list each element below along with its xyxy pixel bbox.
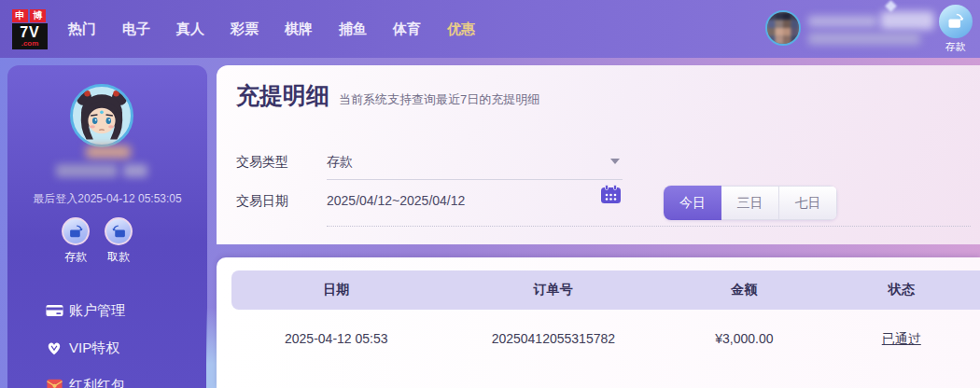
sidebar-deposit-button[interactable]: 存款 [54,217,97,265]
page: 申 博 7V .com 热门 电子 真人 彩票 棋牌 捕鱼 体育 优惠 [0,0,980,388]
sidebar-withdraw-label: 取款 [97,249,140,265]
withdraw-wallet-icon [105,217,133,245]
logo-domain: .com [12,40,48,48]
nav-item-sports[interactable]: 体育 [393,21,421,38]
column-header-date: 日期 [231,282,441,298]
column-header-status: 状态 [823,282,980,298]
cell-amount: ¥3,000.00 [665,331,822,346]
bank-card-icon [45,304,63,317]
sidebar-item-vip[interactable]: VIP特权 [7,336,207,360]
avatar-girl-illustration [73,87,131,145]
sidebar-item-bonus-redpacket[interactable]: 红利红包 [7,373,207,388]
nav-item-cards[interactable]: 棋牌 [285,21,313,38]
deposit-wallet-icon [939,5,973,38]
top-navbar: 申 博 7V .com 热门 电子 真人 彩票 棋牌 捕鱼 体育 优惠 [0,0,980,58]
last-login-text: 最后登入2025-04-12 05:53:05 [7,191,207,207]
select-underline [327,179,623,180]
page-title-box: 充提明细 当前系统支持查询最近7日的充提明细 [236,80,539,111]
site-logo[interactable]: 申 博 7V .com [12,9,48,49]
nav-item-hot[interactable]: 热门 [68,21,96,38]
topbar-deposit-label: 存款 [937,40,974,54]
logo-top-row: 申 博 [12,9,48,22]
transaction-type-label: 交易类型 [236,154,288,171]
cell-status-link[interactable]: 已通过 [882,331,921,346]
username-blurred [808,16,877,27]
logo-brand: 7V [12,24,48,40]
transaction-type-select[interactable]: 存款 [327,154,353,171]
user-avatar[interactable] [765,10,801,46]
sidebar-withdraw-button[interactable]: 取款 [97,217,140,265]
sidebar: 最后登入2025-04-12 05:53:05 存款 取款 [7,65,207,388]
badge-sparkle-icon [885,0,897,12]
column-header-order-no: 订单号 [441,282,666,298]
page-title: 充提明细 [236,80,329,111]
background-gap-strip [206,308,217,388]
nav-item-lottery[interactable]: 彩票 [231,21,259,38]
range-button-3days[interactable]: 三日 [721,186,779,220]
sidebar-deposit-label: 存款 [54,249,97,265]
logo-block: 7V .com [12,23,48,49]
avatar-pixelated-image [767,12,799,44]
nav-item-slots[interactable]: 电子 [122,21,150,38]
cell-order-no: 20250412055315782 [441,331,666,346]
main-nav-menu: 热门 电子 真人 彩票 棋牌 捕鱼 体育 优惠 [68,21,475,38]
table-row: 2025-04-12 05:53 20250412055315782 ¥3,00… [231,325,980,353]
nav-item-live[interactable]: 真人 [176,21,204,38]
filter-panel: 充提明细 当前系统支持查询最近7日的充提明细 交易类型 存款 交易日期 2025… [217,65,980,244]
profile-name-blurred [56,164,118,177]
range-button-7days[interactable]: 七日 [779,186,837,220]
transaction-date-label: 交易日期 [236,193,288,210]
deposit-wallet-icon [62,217,90,245]
sidebar-item-label: 账户管理 [69,302,125,320]
calendar-icon[interactable] [600,185,622,208]
nav-item-promos[interactable]: 优惠 [447,21,475,38]
date-range-button-group: 今日 三日 七日 [664,186,837,220]
cell-date: 2025-04-12 05:53 [231,331,441,346]
logo-char-2: 博 [30,9,46,22]
date-underline [327,226,971,227]
sidebar-item-label: VIP特权 [69,340,119,357]
profile-avatar[interactable] [70,84,133,147]
balance-blurred [808,33,920,45]
page-subtitle: 当前系统支持查询最近7日的充提明细 [339,91,539,108]
range-button-today[interactable]: 今日 [664,186,721,220]
logo-char-1: 申 [12,9,28,22]
chevron-down-icon[interactable] [610,159,620,164]
records-table-panel: 日期 订单号 金额 状态 2025-04-12 05:53 2025041205… [217,257,980,388]
nav-item-fishing[interactable]: 捕鱼 [339,21,367,38]
column-header-amount: 金额 [665,282,822,298]
table-header-row: 日期 订单号 金额 状态 [231,270,980,310]
sidebar-item-label: 红利红包 [69,377,125,388]
profile-name-suffix-blurred [123,164,147,177]
avatar-bottom-blurred [86,146,131,159]
topbar-deposit-button[interactable]: 存款 [937,5,974,54]
date-range-input[interactable]: 2025/04/12~2025/04/12 [327,193,465,208]
sidebar-item-account-management[interactable]: 账户管理 [7,298,207,323]
red-packet-icon [45,379,63,388]
vip-badge-blurred [880,11,934,30]
vip-gem-icon [45,340,63,355]
